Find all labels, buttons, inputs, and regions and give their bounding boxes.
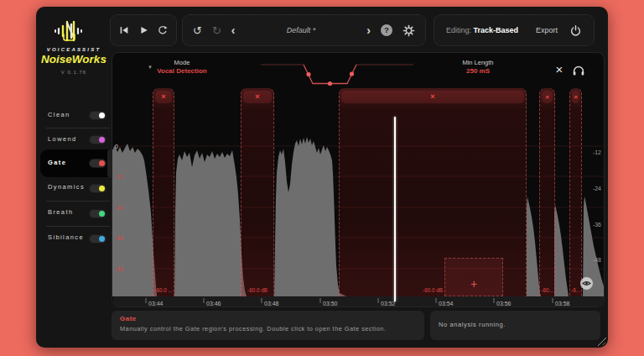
clean-toggle[interactable] xyxy=(89,111,106,120)
settings-gear-button[interactable] xyxy=(402,24,415,37)
mode-dropdown-icon[interactable]: ▼ xyxy=(148,65,153,70)
visibility-eye-button[interactable] xyxy=(580,277,593,290)
svg-text:-48: -48 xyxy=(593,257,601,263)
preset-selector[interactable]: Default * xyxy=(245,26,356,34)
svg-text:03:56: 03:56 xyxy=(496,301,512,306)
region-delete-button[interactable]: × xyxy=(155,91,172,103)
toggle-knob xyxy=(99,186,105,191)
sidebar-item-breath[interactable]: Breath xyxy=(36,203,112,223)
toggle-knob xyxy=(99,211,105,217)
sidebar-item-label: Dynamics xyxy=(48,183,85,191)
transport-group xyxy=(110,14,177,46)
svg-text:03:58: 03:58 xyxy=(555,301,570,306)
gate-toggle[interactable] xyxy=(89,159,106,168)
svg-text:03:52: 03:52 xyxy=(381,301,396,306)
svg-text:-12: -12 xyxy=(115,174,123,180)
svg-text:03:44: 03:44 xyxy=(148,301,164,306)
region-delete-button[interactable]: × xyxy=(341,91,524,103)
region-delete-button[interactable]: × xyxy=(572,91,579,103)
brand-version: V 0.1.76 xyxy=(36,70,112,75)
close-icon[interactable]: × xyxy=(552,62,567,77)
brand-name: NoiseWorks xyxy=(36,53,112,65)
region-delete-button[interactable]: × xyxy=(542,91,553,103)
region-gain-label: -6... xyxy=(570,287,581,293)
gate-region[interactable]: ×-60... xyxy=(539,88,555,296)
svg-text:03:54: 03:54 xyxy=(439,301,454,306)
region-gain-label: -60.0 ... xyxy=(153,287,174,293)
region-gain-label: -60... xyxy=(540,287,554,293)
skip-start-button[interactable] xyxy=(118,24,130,36)
mode-value: Vocal Detection xyxy=(154,67,210,75)
add-region-zone[interactable]: + xyxy=(444,258,503,296)
sibilance-toggle[interactable] xyxy=(89,234,106,243)
mode-control[interactable]: Mode Vocal Detection xyxy=(154,59,210,75)
plus-icon: + xyxy=(445,277,502,291)
info-panel-gate[interactable]: Gate Manually control the Gate region's … xyxy=(112,311,424,340)
svg-text:-12: -12 xyxy=(593,149,601,155)
toggle-knob xyxy=(99,113,105,118)
eye-icon xyxy=(582,279,591,288)
min-length-control[interactable]: Min Length 250 mS xyxy=(444,59,512,75)
min-length-label: Min Length xyxy=(444,59,512,66)
playhead[interactable] xyxy=(394,117,396,301)
gate-region[interactable]: ×-6... xyxy=(569,88,582,296)
preset-group: ↺ ↻ ‹ Default * › ? xyxy=(182,14,426,46)
svg-text:-36: -36 xyxy=(115,235,123,241)
sidebar-divider xyxy=(46,128,110,128)
sidebar-item-lowend[interactable]: Lowend xyxy=(36,130,112,150)
editing-mode-button[interactable]: Editing: Track-Based xyxy=(446,26,524,34)
region-delete-button[interactable]: × xyxy=(243,91,272,103)
info-panel-description: Manually control the Gate region's proce… xyxy=(112,322,424,332)
sidebar-item-label: Breath xyxy=(48,208,74,216)
sidebar-divider xyxy=(46,201,110,202)
chevron-right-button[interactable]: › xyxy=(366,24,371,36)
toggle-knob xyxy=(99,137,105,143)
redo-button[interactable]: ↻ xyxy=(212,25,221,36)
svg-text:03:48: 03:48 xyxy=(264,301,279,306)
help-button[interactable]: ? xyxy=(381,24,392,36)
brand-top-label: VOICEASSIST xyxy=(36,47,112,52)
breath-toggle[interactable] xyxy=(89,209,106,218)
sidebar-item-gate[interactable]: Gate xyxy=(36,154,112,174)
session-group: Editing: Track-Based Export xyxy=(434,14,595,46)
sidebar-item-label: Sibilance xyxy=(48,233,84,241)
gate-region[interactable]: ×-60.0 dB+ xyxy=(339,88,527,296)
min-length-value: 250 mS xyxy=(444,67,512,75)
sidebar-item-sibilance[interactable]: Sibilance xyxy=(36,228,112,249)
play-button[interactable] xyxy=(138,24,149,36)
power-button[interactable] xyxy=(569,24,582,37)
undo-button[interactable]: ↺ xyxy=(193,25,202,36)
dynamics-toggle[interactable] xyxy=(89,184,106,193)
toggle-knob xyxy=(99,236,105,242)
sidebar-divider xyxy=(46,226,110,227)
region-gain-label: -60.0 dB xyxy=(242,287,273,293)
sidebar-item-label: Clean xyxy=(48,111,70,118)
sidebar: VOICEASSIST NoiseWorks V 0.1.76 CleanLow… xyxy=(36,7,112,348)
svg-text:03:46: 03:46 xyxy=(206,301,221,306)
gate-region[interactable]: ×-60.0 ... xyxy=(153,88,174,296)
mode-label: Mode xyxy=(154,59,210,66)
toggle-knob xyxy=(99,160,105,166)
svg-text:-36: -36 xyxy=(593,222,601,228)
chevron-left-button[interactable]: ‹ xyxy=(231,24,236,36)
gate-region[interactable]: ×-60.0 dB xyxy=(241,88,274,296)
sidebar-item-label: Lowend xyxy=(48,135,77,143)
analysis-status-panel: No analysis running. xyxy=(430,311,600,340)
analysis-status-text: No analysis running. xyxy=(430,311,600,328)
svg-text:-48: -48 xyxy=(115,266,123,272)
brand-logo-icon xyxy=(54,19,87,43)
headphones-monitor-icon[interactable] xyxy=(572,63,585,76)
lowend-toggle[interactable] xyxy=(89,135,106,144)
waveform-panel: 03:4403:4603:4803:5003:5203:5403:5603:58… xyxy=(112,52,605,307)
sidebar-item-dynamics[interactable]: Dynamics xyxy=(36,178,112,198)
svg-text:0: 0 xyxy=(115,144,118,149)
sidebar-item-label: Gate xyxy=(48,159,66,166)
loop-button[interactable] xyxy=(157,24,169,36)
svg-text:-24: -24 xyxy=(115,205,123,211)
export-button[interactable]: Export xyxy=(536,26,558,34)
svg-text:03:50: 03:50 xyxy=(323,301,338,306)
sidebar-item-clean[interactable]: Clean xyxy=(36,106,112,126)
svg-text:-24: -24 xyxy=(593,186,601,191)
info-panel-title: Gate xyxy=(112,311,424,322)
plugin-window: VOICEASSIST NoiseWorks V 0.1.76 CleanLow… xyxy=(36,7,608,348)
